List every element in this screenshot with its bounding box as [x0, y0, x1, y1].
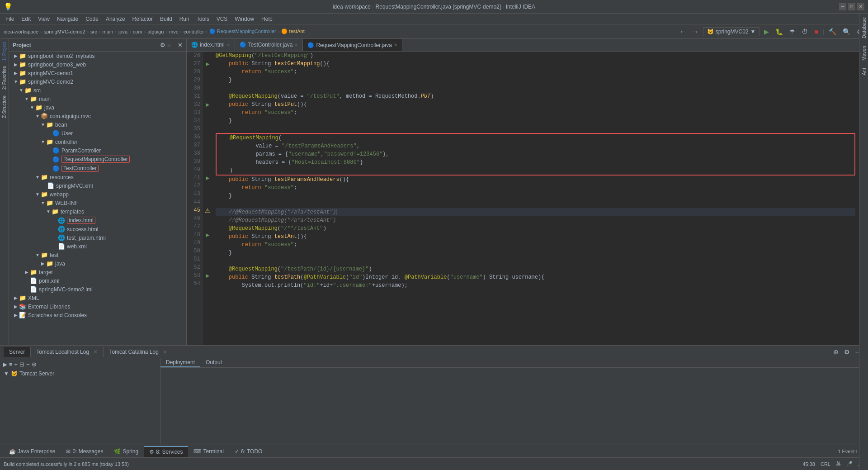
tree-item-test[interactable]: ▼ 📁 test [9, 251, 186, 259]
btab-close-tomcat-localhost[interactable]: ✕ [93, 349, 98, 355]
maximize-button[interactable]: □ [848, 3, 855, 10]
minimize-button[interactable]: ─ [839, 3, 846, 10]
run-gutter-41[interactable]: ▶ [206, 175, 209, 181]
cursor-position[interactable]: 45:38 [802, 461, 815, 467]
breadcrumb-item-java[interactable]: java [118, 29, 127, 34]
forward-button[interactable]: → [690, 27, 700, 36]
breadcrumb-item-mvc[interactable]: mvc [169, 29, 178, 34]
tree-item-extlibs[interactable]: ▶ 📚 External Libraries [9, 302, 186, 311]
tree-item-springmvcxml[interactable]: 📄 springMVC.xml [9, 181, 186, 190]
menu-window[interactable]: Window [231, 15, 258, 23]
bnav-tab-terminal[interactable]: ⌨ Terminal [188, 446, 229, 456]
menu-tools[interactable]: Tools [193, 15, 213, 23]
stop-button[interactable]: ■ [812, 27, 820, 36]
tab-indexhtml[interactable]: 🌐 index.html ✕ [187, 39, 235, 51]
btab-tomcat-localhost[interactable]: Tomcat Localhost Log ✕ [31, 347, 104, 357]
tree-item-main[interactable]: ▼ 📁 main [9, 95, 186, 103]
close-button[interactable]: ✕ [857, 3, 864, 10]
btab-server[interactable]: Server [4, 347, 31, 357]
breadcrumb-item-src[interactable]: src [90, 29, 97, 34]
menu-navigate[interactable]: Navigate [53, 15, 82, 23]
bnav-tab-todo[interactable]: ✓ 6: TODO [229, 446, 268, 456]
run-config-selector[interactable]: 🐱 springMVC02 ▼ [703, 27, 760, 36]
btab-tomcat-catalina[interactable]: Tomcat Catalina Log ✕ [104, 347, 173, 357]
encoding-label[interactable]: CRL [821, 461, 830, 467]
sidebar-gear-icon[interactable]: − [172, 42, 176, 48]
run-gutter-48[interactable]: ▶ [206, 232, 209, 238]
tree-item-requestmapping[interactable]: 🔵 RequestMappingController [9, 155, 186, 164]
menu-file[interactable]: File [2, 15, 18, 23]
menu-help[interactable]: Help [258, 15, 276, 23]
bsi-plus-icon[interactable]: + [14, 361, 18, 368]
menu-analyze[interactable]: Analyze [102, 15, 129, 23]
bnav-tab-spring[interactable]: 🌿 Spring [108, 446, 144, 456]
tab-requestmapping[interactable]: 🔵 RequestMappingController.java ✕ [303, 39, 402, 51]
tab-close-testcontroller[interactable]: ✕ [294, 43, 298, 47]
tree-item-target[interactable]: ▶ 📁 target [9, 268, 186, 276]
bsi-minus-icon[interactable]: − [26, 361, 30, 368]
menu-view[interactable]: View [34, 15, 53, 23]
breadcrumb-item-workspace[interactable]: idea-workspace [4, 29, 38, 34]
bsi-list-icon[interactable]: ≡ [9, 361, 13, 368]
tree-item-iml[interactable]: 📄 springMVC-demo2.iml [9, 285, 186, 294]
tree-item-testcontroller[interactable]: 🔵 TestController [9, 164, 186, 173]
breadcrumb-item-method[interactable]: 🟠 testAnt [281, 28, 304, 34]
run-gutter-27[interactable]: ▶ [206, 61, 209, 67]
breadcrumb-item-project[interactable]: springMVC-demo2 [44, 29, 85, 34]
tree-item-scratches[interactable]: ▶ 📝 Scratches and Consoles [9, 311, 186, 319]
title-bar-controls[interactable]: ─ □ ✕ [839, 3, 864, 10]
left-tab-favorites[interactable]: 2: Favorites [0, 63, 8, 92]
breadcrumb-item-main[interactable]: main [102, 29, 113, 34]
tree-item-pomxml[interactable]: 📄 pom.xml [9, 276, 186, 285]
sidebar-collapse-icon[interactable]: ≡ [167, 42, 171, 48]
tree-item-demo2[interactable]: ▼ 📁 springMVC-demo2 [9, 77, 186, 86]
breadcrumb-item-atguigu[interactable]: atguigu [147, 29, 164, 34]
breadcrumb-item-controller[interactable]: controller [184, 29, 204, 34]
btab-close-tomcat-catalina[interactable]: ✕ [163, 349, 167, 355]
build-button[interactable]: 🔨 [827, 27, 838, 36]
vtab-ant[interactable]: Ant [860, 64, 868, 79]
run-gutter-32[interactable]: ▶ [206, 102, 209, 108]
tree-item-xml[interactable]: ▶ 📁 XML [9, 294, 186, 302]
code-editor[interactable]: 2627282930 3132333435 3637383940 4142434… [187, 52, 868, 345]
menu-code[interactable]: Code [82, 15, 102, 23]
tree-item-java[interactable]: ▼ 📁 java [9, 103, 186, 112]
tree-item-demo1[interactable]: ▶ 📁 springMVC-demo1 [9, 69, 186, 77]
menu-run[interactable]: Run [176, 15, 193, 23]
tree-item-bean[interactable]: ▼ 📁 bean [9, 120, 186, 129]
back-button[interactable]: ← [678, 27, 688, 36]
vtab-maven[interactable]: Maven [860, 42, 868, 64]
sidebar-settings-icon[interactable]: ⚙ [160, 42, 165, 48]
tree-item-webinf[interactable]: ▼ 📁 WEB-INF [9, 199, 186, 207]
tree-item-user[interactable]: 🔵 User [9, 129, 186, 138]
bsi-run-icon[interactable]: ▶ [3, 361, 7, 368]
left-tab-project[interactable]: 1: Project [0, 39, 8, 63]
menu-vcs[interactable]: VCS [213, 15, 231, 23]
dtab-deployment[interactable]: Deployment [160, 358, 200, 367]
run-button[interactable]: ▶ [762, 27, 771, 36]
tab-close-requestmapping[interactable]: ✕ [394, 43, 397, 47]
menu-edit[interactable]: Edit [18, 15, 34, 23]
tree-item-controller[interactable]: ▼ 📁 controller [9, 138, 186, 146]
tree-item-successhtml[interactable]: 🌐 success.html [9, 225, 186, 233]
bottom-gear-button[interactable]: ⚙ [842, 347, 852, 356]
tree-item-templates[interactable]: ▼ 📁 templates [9, 207, 186, 216]
tab-close-indexhtml[interactable]: ✕ [226, 43, 230, 47]
left-tab-structure[interactable]: Z-Structure [0, 93, 8, 121]
lang-label[interactable]: 英 [836, 461, 841, 467]
tree-item-springboot2[interactable]: ▶ 📁 springboot_demo2_mybatis [9, 52, 186, 60]
sidebar-close-icon[interactable]: ✕ [178, 42, 183, 48]
bsi-filter-icon[interactable]: ⊟ [19, 361, 24, 368]
code-content[interactable]: @GetMapping("/testGetMapping") public St… [212, 52, 859, 345]
tree-item-paramcontroller[interactable]: 🔵 ParamController [9, 146, 186, 155]
bnav-tab-java-enterprise[interactable]: ☕ Java Enterprise [4, 446, 61, 456]
coverage-button[interactable]: ☂ [788, 27, 797, 36]
tab-testcontroller[interactable]: 🔵 TestController.java ✕ [235, 39, 303, 51]
tree-item-src[interactable]: ▼ 📁 src [9, 86, 186, 95]
bnav-tab-services[interactable]: ⚙ 8: Services [144, 446, 188, 457]
breadcrumb-item-class[interactable]: 🔵 RequestMappingController [209, 28, 276, 34]
tree-item-webapp[interactable]: ▼ 📁 webapp [9, 190, 186, 199]
bottom-settings-button[interactable]: ⊕ [831, 347, 840, 356]
menu-build[interactable]: Build [156, 15, 176, 23]
tree-item-testparamhtml[interactable]: 🌐 test_param.html [9, 233, 186, 242]
